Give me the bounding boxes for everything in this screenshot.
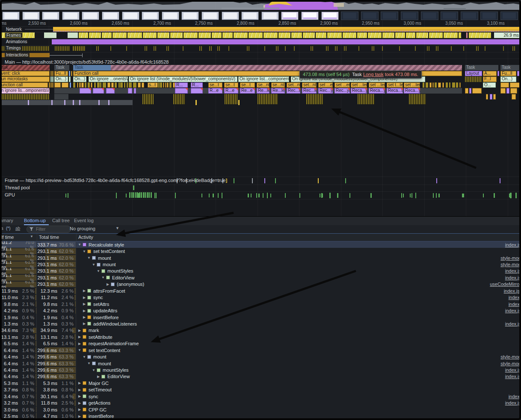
source-link[interactable]: index.js bbox=[505, 308, 521, 313]
flame-micro-event[interactable] bbox=[517, 71, 519, 76]
flame-event[interactable]: unction call bbox=[0, 82, 48, 88]
expand-icon[interactable]: ▶ bbox=[77, 381, 82, 385]
flame-micro-event[interactable] bbox=[449, 82, 451, 88]
flame-micro-event[interactable] bbox=[500, 82, 509, 88]
flame-event[interactable]: R... bbox=[191, 82, 203, 88]
flame-micro-event[interactable] bbox=[80, 88, 91, 94]
flame-micro-event[interactable] bbox=[435, 82, 437, 88]
flame-event[interactable]: Re...le bbox=[271, 88, 285, 94]
flame-event[interactable]: Rec...le bbox=[287, 88, 300, 94]
flame-micro-event[interactable] bbox=[28, 100, 29, 106]
table-row[interactable]: 291.1 ms61.6 %293.1 ms62.0 %▼EditorViewi… bbox=[0, 274, 521, 281]
flame-micro-event[interactable] bbox=[510, 82, 521, 88]
flame-event[interactable]: ask bbox=[0, 65, 50, 70]
flame-micro-event[interactable] bbox=[98, 100, 100, 106]
tab-call-tree[interactable]: Call tree bbox=[52, 217, 74, 224]
flame-micro-event[interactable] bbox=[62, 82, 68, 88]
collapse-icon[interactable]: ▼ bbox=[96, 269, 101, 273]
flame-micro-event[interactable] bbox=[106, 88, 115, 94]
flame-micro-event[interactable] bbox=[510, 88, 517, 94]
flame-micro-event[interactable] bbox=[175, 88, 188, 94]
flame-micro-event[interactable] bbox=[129, 82, 132, 88]
flame-event[interactable]: set ...tent bbox=[351, 82, 367, 88]
flame-event[interactable]: On...) bbox=[54, 76, 68, 82]
tab-summary[interactable]: ummary bbox=[0, 217, 18, 224]
flame-micro-event[interactable] bbox=[167, 82, 169, 88]
flame-micro-event[interactable] bbox=[118, 82, 120, 88]
flame-event[interactable]: On ignore ...onents\/) bbox=[89, 76, 128, 82]
collapse-icon[interactable]: ▼ bbox=[77, 348, 82, 352]
tab-bottom-up[interactable]: Bottom-up bbox=[24, 217, 49, 225]
flame-event[interactable]: set...nt bbox=[302, 82, 317, 88]
track-thread-pool[interactable]: Thread pool bbox=[0, 184, 521, 192]
flame-micro-event[interactable] bbox=[432, 82, 434, 88]
flame-micro-event[interactable] bbox=[469, 88, 471, 94]
table-row[interactable]: 6.5 ms1.4 %6.5 ms1.4 %▶requestAnimationF… bbox=[0, 341, 521, 347]
table-row[interactable]: 3.2 ms0.7 %11.8 ms2.5 %▶getActionsindex.… bbox=[0, 400, 521, 406]
flame-micro-event[interactable] bbox=[142, 82, 144, 88]
flame-micro-event[interactable] bbox=[97, 82, 99, 88]
expand-icon[interactable]: ▶ bbox=[77, 342, 82, 346]
flame-micro-event[interactable] bbox=[69, 71, 70, 76]
flame-micro-event[interactable] bbox=[120, 82, 123, 88]
flame-event[interactable]: Task bbox=[465, 65, 498, 70]
flame-micro-event[interactable] bbox=[85, 82, 86, 88]
expand-icon[interactable]: ▶ bbox=[77, 335, 82, 339]
expand-icon[interactable]: ▶ bbox=[77, 329, 82, 332]
flame-micro-event[interactable] bbox=[81, 82, 84, 88]
flame-micro-event[interactable] bbox=[91, 82, 92, 88]
source-link[interactable]: index.js bbox=[505, 242, 521, 247]
source-link[interactable]: index.js bbox=[505, 321, 521, 326]
table-row[interactable]: 5.3 ms1.1 %5.3 ms1.1 %▶Major GC bbox=[0, 380, 521, 386]
flame-micro-event[interactable] bbox=[225, 94, 237, 104]
collapse-icon[interactable]: ▼ bbox=[82, 250, 87, 253]
flame-event[interactable]: se...t bbox=[240, 82, 255, 88]
col-self-time[interactable]: elf time bbox=[0, 235, 14, 240]
tooltip-long-task-link[interactable]: Long task bbox=[363, 72, 384, 77]
flame-event[interactable]: Rec...yle bbox=[318, 88, 333, 94]
flame-micro-event[interactable] bbox=[456, 82, 459, 88]
source-link[interactable]: index.js bbox=[505, 367, 521, 373]
flame-micro-event[interactable] bbox=[52, 76, 53, 82]
flame-micro-event[interactable] bbox=[64, 100, 65, 106]
flame-event[interactable]: Rec...le bbox=[302, 88, 317, 94]
flame-micro-event[interactable] bbox=[108, 100, 110, 106]
source-link[interactable]: index.js bbox=[505, 374, 521, 379]
flame-micro-event[interactable] bbox=[163, 82, 164, 88]
expand-icon[interactable]: ▶ bbox=[77, 408, 82, 411]
table-row[interactable]: 6.4 ms1.4 %299.6 ms63.3 %▶EditorViewinde… bbox=[0, 373, 521, 380]
track-gpu[interactable]: GPU bbox=[0, 191, 521, 200]
source-link[interactable]: index. bbox=[509, 394, 521, 399]
flame-event[interactable]: Reca...yle bbox=[351, 88, 367, 94]
flame-micro-event[interactable] bbox=[51, 100, 53, 106]
flame-event[interactable]: Re...e bbox=[240, 88, 255, 94]
flame-micro-event[interactable] bbox=[94, 82, 95, 88]
flame-micro-event[interactable] bbox=[358, 94, 375, 104]
flame-micro-event[interactable] bbox=[0, 94, 50, 100]
table-row[interactable]: 11.0 ms2.3 %11.2 ms2.4 %▶syncindex. bbox=[0, 294, 521, 301]
table-row[interactable]: 13.1 ms2.8 %13.1 ms2.8 %▶setAttribute bbox=[0, 334, 521, 340]
col-total-time[interactable]: Total time bbox=[39, 235, 59, 240]
flame-event[interactable]: vent: click bbox=[0, 71, 50, 76]
flame-micro-event[interactable] bbox=[238, 100, 240, 106]
flame-micro-event[interactable] bbox=[442, 82, 444, 88]
expand-icon[interactable]: ▶ bbox=[77, 401, 82, 405]
flame-event[interactable]: R...e bbox=[224, 88, 238, 94]
flame-event[interactable]: On ignore list...components\/) bbox=[238, 76, 289, 82]
flame-event[interactable]: A... bbox=[483, 71, 497, 76]
flame-micro-event[interactable] bbox=[465, 88, 468, 94]
flame-event[interactable]: F...l bbox=[483, 76, 497, 82]
flame-micro-event[interactable] bbox=[195, 100, 197, 106]
collapse-icon[interactable]: ▼ bbox=[86, 256, 92, 260]
table-row[interactable]: 6.4 ms1.4 %299.6 ms63.3 %▼mountstyle-mod bbox=[0, 360, 521, 367]
tab-event-log[interactable]: Event log bbox=[74, 217, 98, 224]
flame-event[interactable]: Rec...yle bbox=[335, 88, 350, 94]
main-thread-label[interactable]: Main — http://localhost:3000/projects/bd… bbox=[5, 59, 169, 65]
flame-micro-event[interactable] bbox=[160, 82, 162, 88]
filter-field[interactable] bbox=[27, 226, 71, 233]
flame-micro-event[interactable] bbox=[169, 82, 172, 88]
flame-micro-event[interactable] bbox=[73, 82, 75, 88]
collapse-icon[interactable]: ▼ bbox=[82, 355, 87, 359]
flame-micro-event[interactable] bbox=[306, 94, 323, 104]
flame-event[interactable]: Re...le bbox=[257, 88, 269, 94]
